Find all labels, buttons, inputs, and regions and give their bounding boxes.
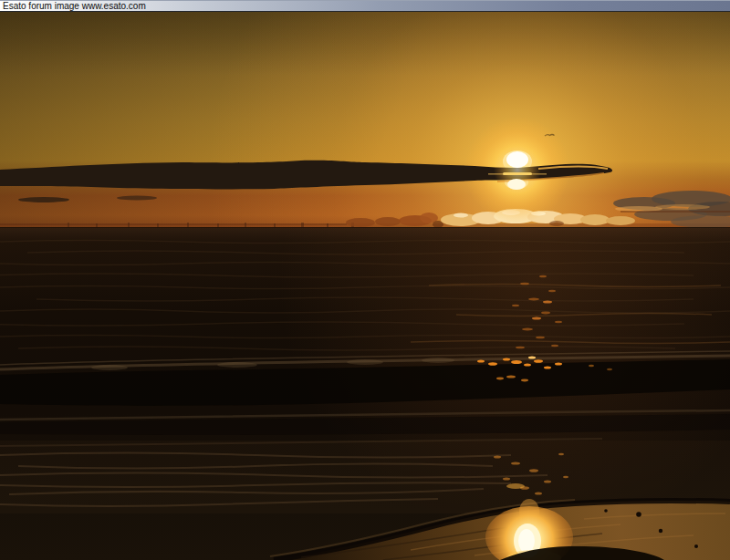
sky (0, 12, 730, 231)
sunset-photo (0, 12, 730, 560)
sunset-photo-canvas (0, 12, 730, 560)
header-caption: Esato forum image www.esato.com (0, 1, 730, 11)
screenshot-root: Esato forum image www.esato.com (0, 0, 730, 560)
image-header-bar: Esato forum image www.esato.com (0, 0, 730, 12)
